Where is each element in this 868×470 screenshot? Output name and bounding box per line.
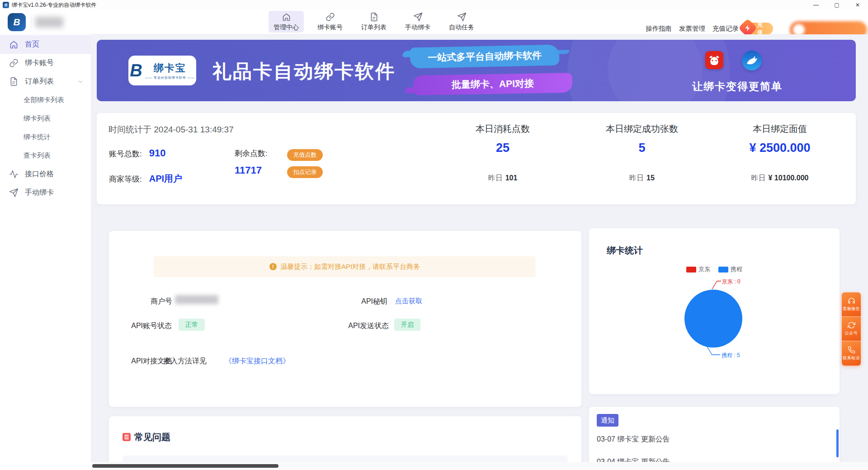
sidebar-item-bind-list[interactable]: 绑卡列表: [0, 109, 91, 128]
sidebar-item-label: 首页: [25, 40, 39, 49]
stat-col-bind-amount: 本日绑定面值 ¥ 2500.000 昨日¥ 10100.000: [712, 113, 848, 204]
sidebar-item-manual-bind[interactable]: 手动绑卡: [0, 183, 91, 202]
brand-tagline: —— 专业的自动绑卡软件 ——: [145, 75, 195, 80]
account-total-value: 910: [149, 147, 166, 159]
brand-name: 绑卡宝: [154, 61, 186, 75]
banner-ribbon-2: 批量绑卡、API对接: [413, 73, 573, 95]
paper-plane-icon: [457, 12, 467, 22]
minimize-icon[interactable]: —: [806, 0, 826, 10]
sidebar-item-check-card-list[interactable]: 查卡列表: [0, 146, 91, 165]
stat-value: ¥ 2500.000: [712, 141, 848, 155]
api-doc-text: 接入方法详见: [163, 357, 222, 366]
notice-item[interactable]: 03-07 绑卡宝 更新公告: [597, 435, 670, 444]
tab-label: 订单列表: [361, 24, 387, 32]
pie-label-jd: 京东 : 0: [722, 278, 741, 286]
banner-ribbon-1: 一站式多平台自动绑卡软件: [410, 45, 560, 69]
stat-prev-label: 昨日: [629, 174, 644, 182]
sidebar-item-label: 接口价格: [25, 169, 54, 179]
stat-col-points-used: 本日消耗点数 25 昨日101: [435, 113, 571, 204]
deduct-log-button[interactable]: 扣点记录: [287, 166, 323, 178]
api-account-status-badge: 正常: [179, 319, 205, 331]
tab-order-list[interactable]: 订单列表: [356, 11, 392, 33]
recharge-points-button[interactable]: 充值点数: [287, 149, 323, 161]
notice-item[interactable]: 03-04 绑卡宝 更新公告: [597, 457, 670, 462]
stat-title: 本日消耗点数: [435, 123, 571, 135]
stats-panel: 时间统计于 2024-05-31 13:49:37 账号总数: 910 剩余点数…: [97, 113, 856, 204]
faq-title: 常见问题: [134, 431, 170, 443]
stat-prev-label: 昨日: [751, 174, 766, 182]
horizontal-scrollbar-thumb[interactable]: [92, 464, 278, 468]
activity-icon: [9, 169, 19, 179]
sidebar-item-label: 绑卡账号: [25, 58, 54, 68]
merchant-level-label: 商家等级:: [109, 174, 142, 184]
paper-plane-icon: [413, 12, 423, 22]
sidebar-item-api-price[interactable]: 接口价格: [0, 165, 91, 183]
tab-auto-task[interactable]: 自动任务: [444, 11, 479, 33]
warning-banner: ! 温馨提示：如需对接API对接，请联系平台商务: [154, 256, 536, 277]
points-value: 11717: [235, 164, 262, 176]
window-controls: — ▢ ✕: [806, 0, 868, 10]
stat-prev-value: 101: [505, 174, 518, 182]
top-nav: 管理中心 绑卡账号 订单列表 手动绑卡 自动任务: [269, 11, 479, 33]
link-operation-guide[interactable]: 操作指南: [646, 24, 672, 33]
tab-manage-center[interactable]: 管理中心: [269, 11, 304, 33]
stat-title: 本日绑定成功张数: [574, 123, 710, 135]
sidebar-item-all-bind-list[interactable]: 全部绑卡列表: [0, 91, 91, 109]
api-doc-link[interactable]: 《绑卡宝接口文档》: [225, 357, 290, 366]
horizontal-scrollbar-track[interactable]: [91, 462, 868, 470]
sidebar-item-bind-stats[interactable]: 绑卡统计: [0, 128, 91, 146]
document-icon: [9, 77, 19, 86]
pie-chart: [589, 228, 840, 394]
banner-slogan: 让绑卡变得更简单: [692, 80, 783, 94]
faq-list-icon: [123, 433, 131, 441]
sidebar-item-order-list[interactable]: 订单列表: [0, 72, 91, 91]
wechat-support-button[interactable]: 客服微信: [842, 292, 861, 317]
app-logo-icon: B: [3, 2, 9, 8]
brand-logo: B: [8, 13, 26, 31]
phone-contact-button[interactable]: 联系电话: [842, 341, 861, 366]
ctrip-icon: [742, 51, 762, 70]
window-title: 绑卡宝v1.0.26-专业的自动绑卡软件: [12, 1, 96, 9]
official-account-button[interactable]: 公众号: [842, 317, 861, 341]
tab-manual-bind[interactable]: 手动绑卡: [400, 11, 435, 33]
get-secret-link[interactable]: 点击获取: [395, 297, 422, 306]
tab-bind-accounts[interactable]: 绑卡账号: [312, 11, 348, 33]
main-content: B 绑卡宝 —— 专业的自动绑卡软件 —— 礼品卡自动绑卡软件 一站式多平台自动…: [91, 34, 868, 462]
sidebar-item-home[interactable]: 首页: [0, 35, 91, 54]
float-label: 客服微信: [843, 306, 860, 312]
recharge-button[interactable]: 充 值: [744, 23, 773, 35]
sidebar-item-label: 全部绑卡列表: [24, 96, 64, 104]
close-icon[interactable]: ✕: [847, 0, 868, 10]
home-icon: [282, 12, 291, 22]
sidebar: 首页 绑卡账号 订单列表 全部绑卡列表 绑卡列表 绑卡统计 查卡列表 接口价格 …: [0, 34, 91, 462]
link-invoice-manage[interactable]: 发票管理: [679, 24, 705, 33]
sidebar-item-bind-accounts[interactable]: 绑卡账号: [0, 54, 91, 72]
api-secret-label: API秘钥: [335, 297, 387, 306]
refresh-icon: [848, 321, 855, 329]
brand-logo-glyph: B: [130, 61, 142, 80]
jd-icon: [705, 51, 723, 69]
document-icon: [369, 12, 379, 22]
link-recharge-records[interactable]: 充值记录: [712, 24, 739, 33]
banner-decor-circle: [608, 40, 703, 101]
faq-panel: 常见问题: [109, 416, 581, 462]
faq-collapsed-item[interactable]: [123, 456, 568, 462]
maximize-icon[interactable]: ▢: [826, 0, 847, 10]
merchant-id-label: 商户号: [120, 297, 172, 306]
warning-text: 温馨提示：如需对接API对接，请联系平台商务: [280, 263, 420, 271]
sidebar-item-label: 绑卡统计: [24, 133, 51, 141]
points-label: 剩余点数:: [235, 148, 268, 159]
api-account-status-label: API账号状态: [119, 321, 172, 331]
sidebar-item-label: 查卡列表: [24, 151, 51, 160]
notice-badge: 通知: [597, 414, 618, 427]
stat-title: 本日绑定面值: [712, 123, 848, 135]
promo-banner: B 绑卡宝 —— 专业的自动绑卡软件 —— 礼品卡自动绑卡软件 一站式多平台自动…: [97, 40, 856, 101]
notice-scrollbar[interactable]: [836, 429, 839, 457]
notice-panel: 通知 03-07 绑卡宝 更新公告 03-04 绑卡宝 更新公告: [589, 407, 840, 462]
headset-icon: [848, 297, 855, 305]
stat-prev-value: ¥ 10100.000: [769, 174, 809, 182]
contact-float-menu: 客服微信 公众号 联系电话: [842, 292, 861, 366]
float-label: 公众号: [845, 330, 858, 336]
tab-label: 管理中心: [274, 24, 299, 32]
merchant-level-value: API用户: [149, 173, 182, 185]
